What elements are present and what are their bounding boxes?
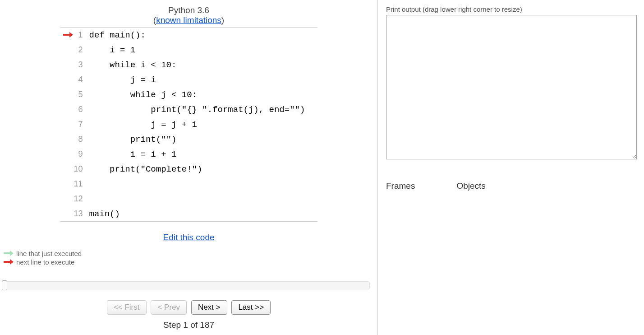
arrow-prev-icon (4, 250, 14, 257)
code-line: 6 print("{} ".format(j), end="") (60, 102, 317, 117)
language-header: Python 3.6 (known limitations) (0, 5, 377, 25)
legend: line that just executed next line to exe… (0, 249, 377, 267)
last-button[interactable]: Last >> (231, 300, 271, 315)
step-controls: << First < Prev Next > Last >> (0, 300, 377, 315)
step-indicator: Step 1 of 187 (0, 320, 377, 330)
frames-heading: Frames (386, 181, 415, 191)
edit-code-link[interactable]: Edit this code (163, 233, 214, 242)
line-number: 8 (73, 135, 87, 144)
line-number: 1 (73, 30, 87, 40)
code-text: print("Complete!") (87, 164, 202, 174)
arrow-next-icon (4, 258, 14, 266)
next-button[interactable]: Next > (191, 300, 227, 315)
line-number: 2 (73, 45, 87, 55)
code-text: i = i + 1 (87, 149, 177, 159)
code-line: 1def main(): (60, 28, 317, 42)
code-line: 9 i = i + 1 (60, 147, 317, 162)
code-line: 7 j = j + 1 (60, 117, 317, 132)
slider-thumb[interactable] (2, 280, 7, 290)
limitations-suffix: ) (221, 15, 224, 25)
code-line: 5 while j < 10: (60, 87, 317, 102)
code-line: 11 (60, 177, 317, 191)
code-line: 4 j = i (60, 72, 317, 87)
prev-button[interactable]: < Prev (151, 300, 187, 315)
code-panel: Python 3.6 (known limitations) 1def main… (0, 0, 378, 335)
code-line: 3 while i < 10: (60, 57, 317, 72)
output-box[interactable] (386, 15, 637, 159)
legend-next-row: next line to execute (4, 258, 377, 266)
step-slider[interactable] (2, 280, 376, 290)
language-name: Python 3.6 (168, 5, 209, 15)
edit-code-block: Edit this code (0, 233, 377, 242)
output-label: Print output (drag lower right corner to… (386, 5, 639, 13)
line-number: 13 (73, 209, 87, 219)
code-text: j = j + 1 (87, 120, 197, 130)
objects-heading: Objects (456, 181, 485, 191)
legend-prev-label: line that just executed (16, 250, 82, 257)
code-line: 2 i = 1 (60, 42, 317, 57)
line-number: 4 (73, 75, 87, 84)
line-number: 7 (73, 120, 87, 129)
code-line: 8 print("") (60, 132, 317, 147)
first-button[interactable]: << First (107, 300, 147, 315)
code-text: i = 1 (87, 45, 136, 55)
line-number: 5 (73, 90, 87, 99)
legend-prev-row: line that just executed (4, 250, 377, 257)
arrow-slot (60, 32, 73, 39)
line-number: 9 (73, 149, 87, 159)
code-line: 10 print("Complete!") (60, 162, 317, 177)
code-text: def main(): (87, 30, 146, 40)
line-number: 3 (73, 60, 87, 70)
code-listing: 1def main():2 i = 13 while i < 10:4 j = … (60, 27, 317, 222)
code-line: 12 (60, 191, 317, 206)
code-text: j = i (87, 75, 156, 85)
code-line: 13main() (60, 206, 317, 221)
slider-track (5, 281, 370, 289)
current-line-arrow-icon (63, 32, 73, 39)
line-number: 12 (73, 194, 87, 204)
code-text: main() (87, 209, 120, 219)
code-text: while j < 10: (87, 90, 197, 100)
line-number: 6 (73, 105, 87, 114)
frames-objects-row: Frames Objects (386, 181, 639, 191)
visualization-panel: Print output (drag lower right corner to… (378, 0, 644, 335)
line-number: 10 (73, 164, 87, 174)
line-number: 11 (73, 179, 87, 189)
code-text: while i < 10: (87, 60, 177, 70)
known-limitations-link[interactable]: known limitations (156, 15, 221, 25)
legend-next-label: next line to execute (16, 258, 74, 266)
code-text: print("") (87, 135, 177, 144)
code-text: print("{} ".format(j), end="") (87, 105, 305, 115)
